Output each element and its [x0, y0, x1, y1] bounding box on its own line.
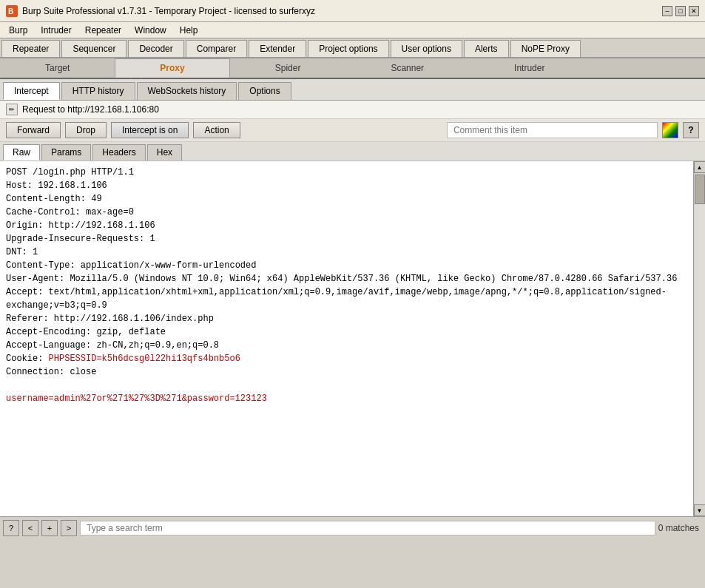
- http-line6: Upgrade-Insecure-Requests: 1: [6, 234, 155, 244]
- close-button[interactable]: ✕: [689, 6, 699, 16]
- tool-tabs: Repeater Sequencer Decoder Comparer Exte…: [0, 38, 705, 58]
- search-input[interactable]: [80, 521, 655, 535]
- http-line8: Content-Type: application/x-www-form-url…: [6, 260, 256, 271]
- menu-window[interactable]: Window: [129, 24, 172, 37]
- action-bar: Forward Drop Intercept is on Action ?: [0, 119, 705, 142]
- request-content[interactable]: POST /login.php HTTP/1.1 Host: 192.168.1…: [0, 161, 693, 516]
- subtab-websockets-history[interactable]: WebSockets history: [137, 82, 237, 100]
- request-url: Request to http://192.168.1.106:80: [22, 104, 159, 115]
- burp-logo-icon: B: [6, 5, 18, 17]
- payload-value: username=admin%27or%271%27%3D%271&passwo…: [6, 393, 267, 404]
- drop-button[interactable]: Drop: [65, 122, 107, 138]
- svg-text:B: B: [8, 7, 13, 16]
- view-params[interactable]: Params: [41, 144, 91, 160]
- add-button[interactable]: +: [41, 520, 58, 536]
- cookie-line: Cookie: PHPSESSID=k5h6dcsg0l22hi13qfs4bn…: [6, 354, 240, 364]
- subtab-http-history[interactable]: HTTP history: [61, 82, 135, 100]
- nav-scanner[interactable]: Scanner: [345, 58, 469, 78]
- title-bar-title: Burp Suite Professional v1.7.31 - Tempor…: [22, 6, 315, 16]
- comment-input[interactable]: [447, 122, 658, 138]
- help-button[interactable]: ?: [683, 122, 699, 138]
- minimize-button[interactable]: –: [662, 6, 672, 16]
- menu-bar: Burp Intruder Repeater Window Help: [0, 22, 705, 38]
- cookie-label: Cookie:: [6, 354, 49, 364]
- http-line1: POST /login.php HTTP/1.1: [6, 167, 134, 178]
- scrollbar[interactable]: ▲ ▼: [693, 161, 705, 516]
- sub-tabs: Intercept HTTP history WebSockets histor…: [0, 79, 705, 101]
- tab-project-options[interactable]: Project options: [308, 40, 388, 57]
- http-line10: Accept: text/html,application/xhtml+xml,…: [6, 287, 667, 311]
- view-tabs: Raw Params Headers Hex: [0, 142, 705, 161]
- title-bar-left: B Burp Suite Professional v1.7.31 - Temp…: [6, 5, 315, 17]
- nav-intruder[interactable]: Intruder: [469, 58, 590, 78]
- http-line3: Content-Length: 49: [6, 194, 102, 204]
- subtab-intercept[interactable]: Intercept: [3, 82, 60, 100]
- tab-nope-proxy[interactable]: NoPE Proxy: [510, 40, 581, 57]
- help-status-button[interactable]: ?: [3, 520, 19, 536]
- tab-extender[interactable]: Extender: [249, 40, 306, 57]
- menu-help[interactable]: Help: [174, 24, 204, 37]
- menu-repeater[interactable]: Repeater: [79, 24, 127, 37]
- nav-target[interactable]: Target: [0, 58, 115, 78]
- view-headers[interactable]: Headers: [92, 144, 145, 160]
- intercept-on-button[interactable]: Intercept is on: [111, 122, 189, 138]
- maximize-button[interactable]: □: [675, 6, 686, 16]
- tab-sequencer[interactable]: Sequencer: [61, 40, 127, 57]
- scroll-down-arrow[interactable]: ▼: [694, 504, 706, 516]
- http-line11: Referer: http://192.168.1.106/index.php: [6, 314, 214, 324]
- forward-button[interactable]: Forward: [6, 122, 61, 138]
- tab-comparer[interactable]: Comparer: [186, 40, 247, 57]
- http-line7: DNT: 1: [6, 247, 38, 257]
- status-bar: ? < + > 0 matches: [0, 516, 705, 538]
- http-line4: Cache-Control: max-age=0: [6, 207, 134, 217]
- menu-burp[interactable]: Burp: [3, 24, 33, 37]
- tab-user-options[interactable]: User options: [391, 40, 462, 57]
- http-line12: Accept-Encoding: gzip, deflate: [6, 327, 166, 337]
- matches-count: 0 matches: [658, 523, 702, 533]
- http-line2: Host: 192.168.1.106: [6, 180, 107, 191]
- request-bar: ✏ Request to http://192.168.1.106:80: [0, 101, 705, 119]
- tab-repeater[interactable]: Repeater: [1, 40, 60, 57]
- scroll-up-arrow[interactable]: ▲: [694, 161, 706, 173]
- tab-alerts[interactable]: Alerts: [464, 40, 509, 57]
- content-area: POST /login.php HTTP/1.1 Host: 192.168.1…: [0, 161, 705, 516]
- action-button[interactable]: Action: [193, 122, 240, 138]
- subtab-options[interactable]: Options: [238, 82, 291, 100]
- title-bar: B Burp Suite Professional v1.7.31 - Temp…: [0, 0, 705, 22]
- http-line9: User-Agent: Mozilla/5.0 (Windows NT 10.0…: [6, 274, 677, 284]
- edit-icon: ✏: [6, 104, 18, 115]
- cookie-value: PHPSESSID=k5h6dcsg0l22hi13qfs4bnb5o6: [49, 354, 240, 364]
- scroll-track: [695, 204, 705, 504]
- view-hex[interactable]: Hex: [147, 144, 182, 160]
- title-bar-controls[interactable]: – □ ✕: [662, 6, 699, 16]
- scroll-thumb[interactable]: [695, 175, 705, 204]
- http-line15: Connection: close: [6, 367, 96, 377]
- view-raw[interactable]: Raw: [3, 144, 40, 160]
- nav-tabs: Target Proxy Spider Scanner Intruder: [0, 58, 705, 79]
- http-line5: Origin: http://192.168.1.106: [6, 220, 155, 231]
- next-button[interactable]: >: [61, 520, 77, 536]
- tab-decoder[interactable]: Decoder: [128, 40, 183, 57]
- nav-spider[interactable]: Spider: [230, 58, 346, 78]
- color-picker-button[interactable]: [662, 122, 678, 138]
- prev-button[interactable]: <: [22, 520, 38, 536]
- http-line13: Accept-Language: zh-CN,zh;q=0.9,en;q=0.8: [6, 340, 219, 351]
- nav-proxy[interactable]: Proxy: [115, 58, 229, 78]
- menu-intruder[interactable]: Intruder: [35, 24, 77, 37]
